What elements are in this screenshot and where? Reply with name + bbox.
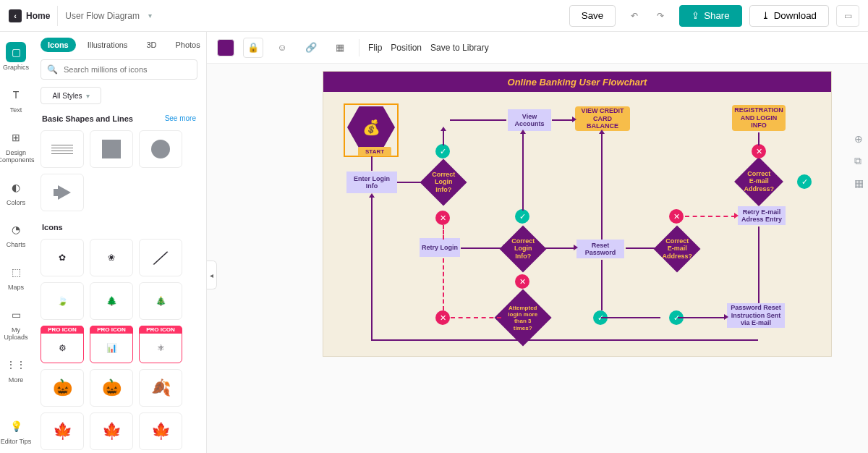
search-input[interactable]: [64, 65, 191, 74]
home-button[interactable]: ‹ Home: [9, 9, 50, 22]
document-title-dropdown[interactable]: User Flow Diagram ▾: [65, 11, 152, 21]
collapse-panel-button[interactable]: ◂: [207, 261, 217, 289]
flip-button[interactable]: Flip: [368, 43, 382, 53]
style-filter-dropdown[interactable]: All Styles ▾: [41, 87, 101, 104]
connector: [626, 247, 659, 249]
canvas-area[interactable]: Online Banking User Flowchart 💰 START Vi…: [207, 64, 868, 453]
rail-item-uploads[interactable]: ▭My Uploads: [0, 305, 32, 342]
search-icon: 🔍: [47, 64, 58, 75]
icon-tile[interactable]: 🍁: [139, 412, 182, 450]
rail-label: Text: [10, 107, 22, 114]
rail-item-colors[interactable]: ◐Colors: [0, 177, 32, 207]
tab-photos[interactable]: Photos: [168, 38, 207, 52]
icon-tile[interactable]: ❀: [90, 239, 133, 276]
icon-tile[interactable]: 🎃: [90, 369, 133, 407]
save-button[interactable]: Save: [569, 5, 616, 27]
chevron-down-icon: ▾: [148, 12, 152, 20]
rail-item-charts[interactable]: ◔Charts: [0, 219, 32, 249]
arrow-icon: [369, 193, 375, 198]
shape-square[interactable]: [90, 130, 133, 168]
arrow-icon: [441, 127, 446, 131]
rail-item-design-components[interactable]: ⊞Design Components: [0, 127, 32, 164]
duplicate-page-button[interactable]: ⧉: [854, 155, 864, 167]
icon-tile-pro[interactable]: PRO ICON⚙: [41, 326, 84, 363]
tab-icons[interactable]: Icons: [41, 38, 76, 52]
icon-tile[interactable]: 🍁: [90, 412, 133, 450]
rail-label: More: [9, 377, 24, 384]
save-label: Save: [582, 10, 603, 21]
undo-button[interactable]: ↶: [623, 5, 646, 27]
rail-label: Maps: [8, 284, 24, 292]
start-label: START: [358, 147, 391, 156]
shape-lines[interactable]: [41, 130, 84, 168]
icon-tile[interactable]: 🍃: [41, 282, 84, 320]
transparency-button[interactable]: ▦: [330, 38, 350, 58]
shape-arrow[interactable]: [41, 174, 84, 211]
more-icon: ⋮⋮: [6, 355, 26, 375]
style-filter-label: All Styles: [52, 92, 82, 100]
node-pw-reset[interactable]: Password Reset Instruction Sent via E-ma…: [727, 303, 785, 328]
label: Correct E-mail Address?: [744, 170, 774, 192]
tab-3d[interactable]: 3D: [139, 38, 163, 52]
rail-label: Editor Tips: [1, 439, 32, 446]
save-to-library-button[interactable]: Save to Library: [430, 43, 489, 53]
rail-item-graphics[interactable]: ▢Graphics: [0, 42, 32, 72]
connector: [601, 260, 603, 310]
page-gutter: ⊕ ⧉ ▦: [854, 133, 864, 189]
icon-tile[interactable]: 🎄: [139, 282, 182, 320]
node-view-credit[interactable]: VIEW CREDIT CARD BALANCE: [575, 106, 630, 131]
icon-tile[interactable]: ✿: [41, 239, 84, 276]
node-view-accounts[interactable]: View Accounts: [508, 109, 551, 131]
node-enter-login[interactable]: Enter Login Info: [346, 172, 397, 193]
icon-tile[interactable]: 🍂: [139, 369, 182, 407]
icon-tile[interactable]: 🍁: [41, 412, 84, 450]
connector: [397, 182, 426, 183]
section-shapes-title: Basic Shapes and Lines: [42, 114, 133, 123]
emoji-button[interactable]: ☺: [272, 38, 292, 58]
link-button[interactable]: 🔗: [301, 38, 321, 58]
search-input-wrap[interactable]: 🔍: [41, 59, 197, 80]
node-reset-password[interactable]: Reset Password: [576, 240, 624, 258]
node-retry-email[interactable]: Retry E-mail Adress Entry: [738, 206, 786, 225]
connector-dashed: [443, 225, 444, 240]
rail-item-editor-tips[interactable]: 💡Editor Tips: [0, 416, 32, 446]
x-icon: ✕: [669, 209, 684, 224]
check-icon: ✓: [435, 144, 450, 158]
icon-tile[interactable]: 🎃: [41, 369, 84, 407]
node-correct-email[interactable]: Correct E-mail Address?: [734, 157, 783, 206]
page[interactable]: Online Banking User Flowchart 💰 START Vi…: [323, 71, 832, 357]
present-button[interactable]: ▭: [836, 5, 859, 27]
node-retry-login[interactable]: Retry Login: [420, 238, 460, 257]
label: Correct Login Info?: [509, 237, 537, 260]
connector: [601, 132, 603, 240]
download-button[interactable]: ⤓ Download: [749, 5, 829, 27]
icon-tile-pro[interactable]: PRO ICON📊: [90, 326, 133, 363]
share-button[interactable]: ⇪ Share: [679, 5, 742, 27]
connector: [678, 317, 726, 318]
rail-item-more[interactable]: ⋮⋮More: [0, 355, 32, 384]
see-more-shapes[interactable]: See more: [165, 114, 196, 123]
flow-title: Online Banking User Flowchart: [323, 72, 831, 92]
lightbulb-icon: 💡: [6, 416, 26, 436]
graphics-icon: ▢: [6, 42, 26, 62]
icon-tile-pro[interactable]: PRO ICON⚛: [139, 326, 182, 363]
node-registration[interactable]: REGISTRATION AND LOGIN INFO: [732, 105, 786, 131]
icon-tile[interactable]: ╱: [139, 239, 182, 276]
start-node[interactable]: 💰: [347, 106, 395, 148]
add-page-button[interactable]: ⊕: [854, 133, 864, 145]
redo-button[interactable]: ↷: [649, 5, 672, 27]
page-grid-button[interactable]: ▦: [854, 177, 864, 189]
icon-tile[interactable]: 🌲: [90, 282, 133, 320]
position-button[interactable]: Position: [391, 43, 422, 53]
lock-button[interactable]: 🔒: [243, 38, 263, 58]
text-icon: T: [6, 85, 26, 105]
fill-color-swatch[interactable]: [217, 39, 234, 56]
tab-illustrations[interactable]: Illustrations: [80, 38, 135, 52]
arrow-icon: [658, 245, 662, 250]
connector: [758, 226, 760, 303]
shape-circle[interactable]: [139, 130, 182, 168]
node-attempted[interactable]: Attempted login more than 3 times?: [494, 289, 551, 346]
rail-item-text[interactable]: TText: [0, 85, 32, 114]
connector: [450, 119, 506, 121]
rail-item-maps[interactable]: ⬚Maps: [0, 262, 32, 292]
